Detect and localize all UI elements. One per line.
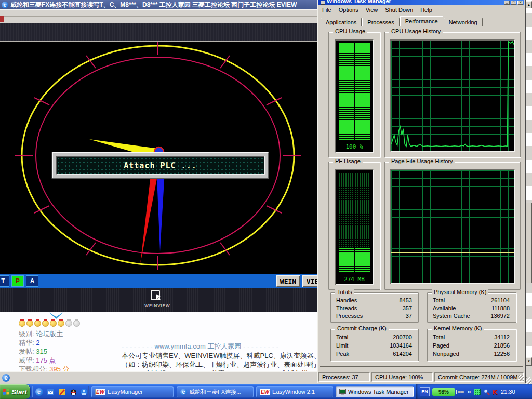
wein-button[interactable]: WEIN <box>276 275 300 287</box>
task-manager-tabs: Applications Processes Performance Netwo… <box>321 16 522 26</box>
taskbar-button-task-manager[interactable]: Windows Task Manager <box>336 386 414 397</box>
forum-user-panel: 级别: 论坛版主 精华: 2 发帖: 315 威望: 175 点 下载积分: 3… <box>4 312 109 371</box>
pf-usage-meter: 274 MB <box>335 169 374 285</box>
signature-line: 本公司专业销售EV、WEINVIEW触摸屏、科威PLC、康沃变频器、日本高 <box>122 351 323 361</box>
taskbar-button-easymanager[interactable]: EW EasyManager <box>91 386 174 397</box>
stat-value: 261104 <box>491 297 510 303</box>
easywindow-icon: EW <box>260 389 270 395</box>
medal-icon <box>34 320 41 327</box>
menu-file[interactable]: File <box>318 6 335 14</box>
minimize-button[interactable]: _ <box>504 1 510 5</box>
cpu-meter-tray-icon[interactable] <box>474 389 481 395</box>
messenger-icon[interactable] <box>79 387 88 396</box>
tool-icon[interactable] <box>57 387 66 396</box>
group-label: Physical Memory (K) <box>432 289 488 295</box>
cpu-usage-value: 100 % <box>336 143 373 150</box>
easywindow-icon: EW <box>95 389 105 395</box>
stat-value: 614204 <box>393 351 412 357</box>
sim-button-p[interactable]: P <box>11 275 24 287</box>
avatar-image-bottom <box>46 312 66 319</box>
weinview-icon[interactable] <box>150 290 163 302</box>
tab-networking[interactable]: Networking <box>444 18 483 26</box>
internet-explorer-icon[interactable]: e <box>34 387 44 396</box>
system-tray: EN 98% « K 21:30 <box>416 384 532 399</box>
stat-label: Available <box>433 305 456 311</box>
user-stat-row: 发帖: 315 <box>19 347 47 356</box>
medal-icon <box>58 320 64 327</box>
stat-value: 37 <box>406 313 412 319</box>
taskbar: Start e EW EasyManager e 威纶和三菱FX连接... EW… <box>0 384 532 399</box>
taskbar-button-label: EasyWindow 2.1 <box>272 389 315 395</box>
ie-window-title: 威纶和三菱FX连接不能直接读写T、C、M8***、D8*** 工控人家园 三菱工… <box>10 1 297 9</box>
menu-help[interactable]: Help <box>417 6 436 14</box>
maximize-button[interactable]: □ <box>511 1 516 5</box>
medal-icon <box>65 320 72 327</box>
taskbar-button-easywindow[interactable]: EW EasyWindow 2.1 <box>256 386 333 397</box>
performance-tab-page: CPU Usage 100 % CPU Usage History PF Usa <box>320 26 523 367</box>
task-manager-titlebar[interactable]: Windows Task Manager _ □ ✕ <box>318 0 524 5</box>
tab-processes[interactable]: Processes <box>362 18 399 26</box>
magnifier-tray-icon[interactable] <box>483 389 490 395</box>
signature-line: （如：纺织印染、环保化工、干燥行业、超声波行业、表面处理行业、照 <box>122 360 323 369</box>
menu-shutdown[interactable]: Shut Down <box>381 6 417 14</box>
page-file-history-chart <box>390 169 515 284</box>
stat-value: 1034164 <box>390 342 412 349</box>
vertical-scrollbar[interactable]: ▲ ▼ <box>526 0 532 384</box>
scroll-up-button[interactable]: ▲ <box>526 1 532 8</box>
close-button[interactable]: ✕ <box>517 1 523 5</box>
led-column <box>355 43 370 140</box>
scroll-down-button[interactable]: ▼ <box>526 357 532 366</box>
stat-value: 2 <box>36 339 39 347</box>
mail-icon[interactable] <box>46 387 55 396</box>
tab-performance[interactable]: Performance <box>400 16 443 26</box>
led-column <box>355 173 370 273</box>
internet-explorer-icon: e <box>180 389 187 395</box>
desktop: e 威纶和三菱FX连接不能直接读写T、C、M8***、D8*** 工控人家园 三… <box>0 0 532 399</box>
pf-history-group: Page File Usage History <box>384 162 521 290</box>
taskbar-button-label: EasyManager <box>108 389 143 395</box>
sim-button-t[interactable]: T <box>0 275 9 287</box>
medal-icon <box>50 320 57 327</box>
medal-icon <box>19 320 25 327</box>
antivirus-tray-icon[interactable]: K <box>493 388 497 396</box>
stat-label: 发帖: <box>19 348 34 355</box>
windows-flag-icon <box>3 389 10 395</box>
stat-value: 280700 <box>393 334 412 340</box>
toolbar-icon-fragment <box>0 16 4 22</box>
stat-value: 136972 <box>490 313 510 319</box>
internet-explorer-icon: e <box>2 374 10 382</box>
medal-row <box>19 320 80 327</box>
scrollbar-thumb[interactable] <box>526 203 532 283</box>
cpu-usage-group: CPU Usage 100 % <box>328 32 380 157</box>
task-manager-title: Windows Task Manager <box>327 0 391 4</box>
taskbar-button-ie-page[interactable]: e 威纶和三菱FX连接... <box>177 386 254 397</box>
user-stat-row: 精华: 2 <box>19 338 39 348</box>
group-label: Totals <box>335 289 354 295</box>
stat-value: 111888 <box>491 305 510 311</box>
weinview-icon-label: WEINVIEW <box>131 303 183 308</box>
message-box-inner: Attach PLC ... <box>56 156 265 175</box>
forum-signature: - - - - - - - - www.ymmfa.com 工控人家园 - - … <box>115 312 323 371</box>
battery-indicator[interactable]: 98% <box>432 388 455 396</box>
start-button[interactable]: Start <box>0 384 30 399</box>
stat-value: 34112 <box>494 334 510 340</box>
led-column <box>339 173 354 273</box>
stat-label: 威望: <box>19 356 34 364</box>
tab-applications[interactable]: Applications <box>321 18 362 26</box>
language-indicator[interactable]: EN <box>420 387 430 396</box>
menu-options[interactable]: Options <box>335 6 362 14</box>
stat-label: Peak <box>336 351 349 357</box>
taskbar-separator <box>32 386 33 397</box>
task-manager-resize-grip[interactable] <box>518 375 524 381</box>
stat-label: Threads <box>336 305 357 311</box>
led-column <box>339 43 354 140</box>
qq-penguin-icon[interactable] <box>69 387 78 396</box>
pf-usage-value: 274 MB <box>336 276 373 283</box>
task-manager-icon <box>339 389 346 395</box>
sim-button-a[interactable]: A <box>26 275 38 287</box>
status-processes: Processes: 37 <box>318 372 370 382</box>
stat-value: 8453 <box>400 297 412 303</box>
tray-expand-chevron[interactable]: « <box>468 388 471 395</box>
menu-view[interactable]: View <box>362 6 382 14</box>
stat-label: System Cache <box>433 313 470 319</box>
